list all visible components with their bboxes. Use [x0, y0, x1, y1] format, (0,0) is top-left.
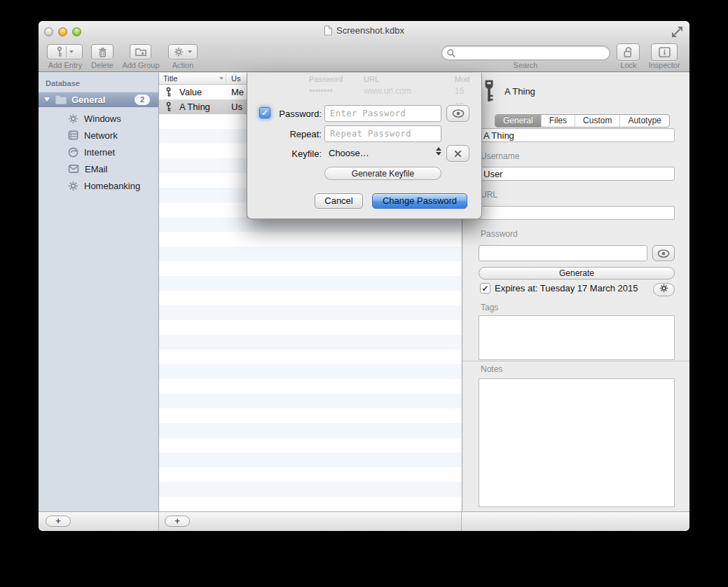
ghost-mod-column: Mod [455, 75, 469, 83]
close-icon [454, 150, 462, 158]
lock-label: Lock [614, 61, 643, 69]
column-divider[interactable] [226, 74, 226, 83]
cancel-button[interactable]: Cancel [315, 193, 363, 209]
inspector-button[interactable] [651, 43, 678, 61]
eye-icon [657, 249, 670, 258]
url-field[interactable] [479, 206, 675, 220]
tab-general[interactable]: General [495, 115, 541, 127]
inspector-entry-title: A Thing [504, 86, 535, 97]
sidebar-item-internet[interactable]: Internet [39, 144, 158, 160]
column-header-title[interactable]: Title [163, 74, 177, 83]
expires-checkbox[interactable]: ✓ [480, 283, 490, 294]
generate-keyfile-button[interactable]: Generate Keyfile [324, 167, 441, 180]
lock-button[interactable] [617, 43, 640, 61]
entry-title-cell: A Thing [179, 102, 210, 112]
add-group-button[interactable] [130, 44, 151, 60]
action-label: Action [169, 61, 197, 69]
add-group-footer-button[interactable]: + [46, 516, 71, 527]
add-entry-button[interactable] [47, 44, 83, 60]
url-label: URL [481, 190, 497, 200]
sidebar-group-general[interactable]: General 2 [39, 92, 158, 107]
username-label: Username [481, 151, 519, 161]
sidebar-item-label: Homebanking [84, 181, 140, 191]
change-password-button[interactable]: Change Password [372, 193, 467, 209]
sidebar-group-label: General [71, 95, 105, 105]
password-field[interactable] [479, 245, 647, 261]
sort-descending-icon [219, 77, 224, 80]
add-group-label: Add Group [121, 61, 160, 69]
sidebar-item-windows[interactable]: Windows [39, 110, 158, 127]
search-field[interactable] [441, 46, 610, 60]
repeat-password-input[interactable] [324, 125, 441, 142]
expires-preset-button[interactable] [653, 283, 675, 296]
add-entry-label: Add Entry [46, 61, 85, 69]
disclosure-triangle-icon[interactable] [44, 97, 50, 102]
notes-field[interactable] [479, 378, 675, 507]
group-count-badge: 2 [135, 95, 150, 105]
expires-label: Expires at: Tuesday 17 March 2015 [495, 283, 638, 294]
titlebar-toolbar: Screenshot.kdbx Add Entry Delete Add Gro… [39, 21, 689, 72]
inspector-tabs: General Files Custom Autotype [495, 114, 670, 127]
column-header-username[interactable]: Us [231, 74, 240, 83]
key-icon [56, 46, 63, 57]
eye-icon [452, 109, 465, 118]
sidebar: Database General 2 Windows Network Inter… [39, 73, 159, 511]
password-label: Password: [247, 109, 322, 119]
folder-plus-icon [135, 47, 146, 57]
tab-custom[interactable]: Custom [575, 115, 619, 127]
search-input[interactable] [459, 47, 606, 59]
chevron-down-icon [69, 50, 74, 53]
search-label: Search [504, 61, 547, 69]
keyfile-popup[interactable]: Choose… [329, 148, 369, 158]
gear-icon [174, 47, 184, 57]
sidebar-item-email[interactable]: EMail [39, 160, 158, 177]
change-password-sheet: Password URL Mod •••••••• www.url.com 15… [247, 73, 482, 219]
action-button[interactable] [168, 44, 198, 60]
footer-bar: + + [39, 511, 689, 531]
show-password-button[interactable] [446, 105, 469, 122]
chevron-down-icon [188, 50, 192, 53]
search-icon [447, 49, 455, 57]
title-field[interactable] [479, 128, 675, 142]
ghost-url-column: URL [364, 75, 379, 83]
gear-icon [68, 181, 78, 191]
repeat-label: Repeat: [247, 129, 322, 139]
ghost-mod-cell: 15 [455, 86, 464, 96]
tab-autotype[interactable]: Autotype [619, 115, 668, 127]
sidebar-item-label: EMail [85, 164, 108, 174]
sidebar-item-homebanking[interactable]: Homebanking [39, 177, 158, 194]
delete-label: Delete [89, 61, 116, 69]
tab-files[interactable]: Files [541, 115, 575, 127]
popup-stepper-icon[interactable] [436, 147, 441, 156]
entry-list-footer: + [159, 512, 462, 531]
password-label: Password [481, 229, 518, 239]
key-icon [165, 102, 172, 114]
expires-row: ✓ Expires at: Tuesday 17 March 2015 [480, 283, 638, 294]
username-field[interactable] [479, 167, 675, 181]
fullscreen-icon[interactable] [672, 27, 682, 37]
sidebar-item-network[interactable]: Network [39, 127, 158, 144]
notes-label: Notes [481, 364, 502, 374]
entry-title-cell: Value [179, 87, 202, 97]
keyfile-label: Keyfile: [247, 149, 322, 159]
tags-field[interactable] [479, 315, 675, 360]
info-icon [659, 47, 671, 57]
generate-password-button[interactable]: Generate [479, 267, 675, 279]
delete-button[interactable] [91, 44, 114, 60]
show-password-button[interactable] [652, 245, 675, 261]
lock-open-icon [623, 46, 633, 58]
inspector-footer [462, 512, 689, 531]
inspector-label: Inspector [643, 61, 685, 69]
app-window: Screenshot.kdbx Add Entry Delete Add Gro… [39, 21, 689, 531]
sidebar-footer: + [39, 512, 159, 531]
tags-label: Tags [481, 303, 498, 312]
key-icon [165, 87, 172, 99]
enter-password-input[interactable] [324, 105, 441, 122]
ghost-url-cell: www.url.com [364, 86, 411, 96]
clear-keyfile-button[interactable] [446, 145, 469, 162]
gear-icon [68, 113, 78, 124]
folder-icon [55, 95, 67, 104]
add-entry-footer-button[interactable]: + [165, 516, 190, 527]
section-divider [462, 361, 689, 361]
trash-icon [98, 47, 107, 57]
